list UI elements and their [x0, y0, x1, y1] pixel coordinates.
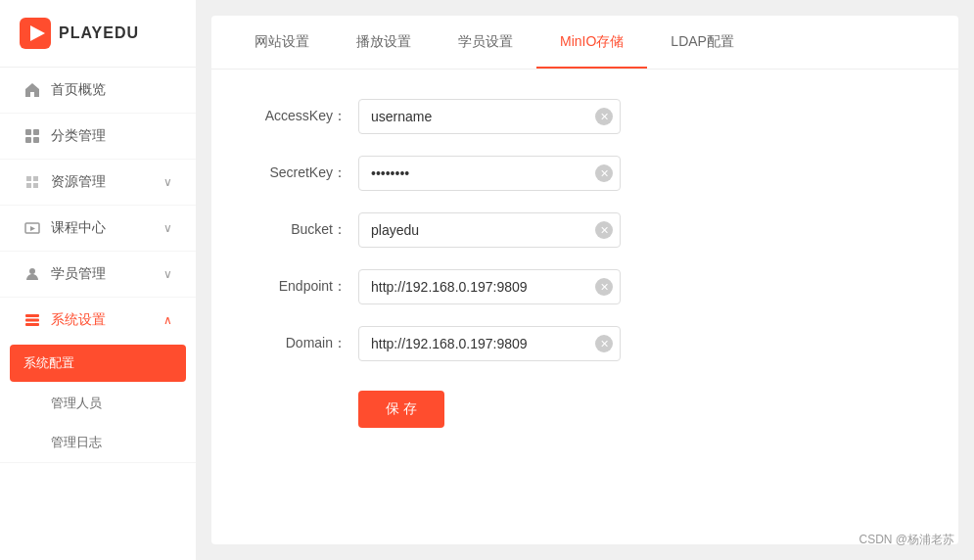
accesskey-input-wrap: ✕	[358, 99, 621, 134]
domain-input[interactable]	[358, 326, 621, 361]
nav-section-course: 课程中心 ∨	[0, 206, 196, 252]
sidebar-item-course-label: 课程中心	[51, 219, 106, 237]
domain-row: Domain： ✕	[251, 326, 919, 361]
sidebar-item-resource[interactable]: 资源管理 ∨	[0, 160, 196, 205]
nav-section-student: 学员管理 ∨	[0, 252, 196, 298]
sidebar-item-student-label: 学员管理	[51, 265, 106, 283]
svg-rect-2	[25, 129, 31, 135]
main-content: 网站设置 播放设置 学员设置 MinIO存储 LDAP配置 AccessKey：…	[196, 0, 974, 560]
secretkey-label: SecretKey：	[251, 164, 358, 182]
domain-clear-button[interactable]: ✕	[595, 335, 613, 352]
playedu-logo-icon	[20, 18, 51, 49]
svg-rect-10	[25, 323, 39, 326]
bucket-input[interactable]	[358, 212, 621, 248]
sidebar-item-category[interactable]: 分类管理	[0, 114, 196, 159]
chevron-down-icon: ∨	[163, 175, 172, 189]
chevron-down-icon: ∨	[163, 221, 172, 235]
secretkey-input-wrap: ✕	[358, 156, 621, 191]
category-icon	[23, 127, 41, 145]
sidebar-item-home-label: 首页概览	[51, 81, 106, 99]
watermark: CSDN @杨浦老苏	[858, 532, 954, 548]
svg-rect-9	[25, 319, 39, 322]
logo-area: PLAYEDU	[0, 0, 196, 68]
sidebar-item-category-label: 分类管理	[51, 127, 106, 145]
logo-text: PLAYEDU	[59, 24, 139, 42]
sidebar-item-home[interactable]: 首页概览	[0, 68, 196, 113]
sidebar-item-course[interactable]: 课程中心 ∨	[0, 206, 196, 251]
svg-rect-8	[25, 314, 39, 317]
domain-label: Domain：	[251, 335, 358, 352]
accesskey-clear-button[interactable]: ✕	[595, 108, 613, 125]
bucket-label: Bucket：	[251, 221, 358, 239]
bucket-input-wrap: ✕	[358, 212, 621, 248]
secretkey-clear-button[interactable]: ✕	[595, 164, 613, 182]
tab-student[interactable]: 学员设置	[435, 16, 536, 69]
tab-ldap[interactable]: LDAP配置	[647, 16, 758, 69]
sidebar-subitem-admin[interactable]: 管理人员	[0, 384, 196, 423]
tab-playback[interactable]: 播放设置	[333, 16, 435, 69]
nav-section-resource: 资源管理 ∨	[0, 160, 196, 206]
bucket-clear-button[interactable]: ✕	[595, 221, 613, 239]
tab-bar: 网站设置 播放设置 学员设置 MinIO存储 LDAP配置	[211, 16, 958, 70]
sidebar-item-student[interactable]: 学员管理 ∨	[0, 252, 196, 297]
endpoint-input[interactable]	[358, 269, 621, 304]
system-icon	[23, 311, 41, 329]
tab-minio[interactable]: MinIO存储	[536, 16, 647, 69]
content-area: 网站设置 播放设置 学员设置 MinIO存储 LDAP配置 AccessKey：…	[211, 16, 958, 544]
accesskey-row: AccessKey： ✕	[251, 99, 919, 134]
svg-rect-3	[33, 129, 39, 135]
endpoint-label: Endpoint：	[251, 278, 358, 296]
minio-form: AccessKey： ✕ SecretKey： ✕ Bucket： ✕	[211, 70, 958, 479]
nav-section-home: 首页概览	[0, 68, 196, 114]
nav-section-category: 分类管理	[0, 114, 196, 160]
sidebar-item-system-label: 系统设置	[51, 311, 106, 329]
sidebar-subitem-sysconfig[interactable]: 系统配置	[10, 345, 186, 382]
secretkey-row: SecretKey： ✕	[251, 156, 919, 191]
endpoint-input-wrap: ✕	[358, 269, 621, 304]
endpoint-row: Endpoint： ✕	[251, 269, 919, 304]
tab-website[interactable]: 网站设置	[231, 16, 333, 69]
home-icon	[23, 81, 41, 99]
course-icon	[23, 219, 41, 237]
chevron-down-icon: ∨	[163, 267, 172, 281]
save-button[interactable]: 保 存	[358, 391, 444, 428]
accesskey-input[interactable]	[358, 99, 621, 134]
svg-rect-4	[25, 137, 31, 143]
accesskey-label: AccessKey：	[251, 108, 358, 125]
chevron-up-icon: ∧	[163, 313, 172, 327]
nav-section-system: 系统设置 ∧ 系统配置 管理人员 管理日志	[0, 298, 196, 463]
svg-rect-5	[33, 137, 39, 143]
secretkey-input[interactable]	[358, 156, 621, 191]
domain-input-wrap: ✕	[358, 326, 621, 361]
save-row: 保 存	[251, 383, 919, 428]
sidebar-subitem-log[interactable]: 管理日志	[0, 423, 196, 462]
bucket-row: Bucket： ✕	[251, 212, 919, 248]
sidebar-item-system[interactable]: 系统设置 ∧	[0, 298, 196, 343]
endpoint-clear-button[interactable]: ✕	[595, 278, 613, 296]
svg-point-7	[29, 268, 35, 274]
student-icon	[23, 265, 41, 283]
sidebar-item-resource-label: 资源管理	[51, 173, 106, 191]
resource-icon	[23, 173, 41, 191]
sidebar: PLAYEDU 首页概览 分类管理 资源管理 ∨	[0, 0, 196, 560]
